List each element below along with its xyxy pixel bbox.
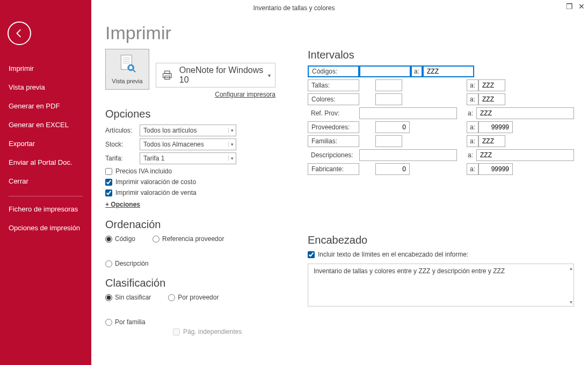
svg-point-11 <box>169 74 170 75</box>
ival-codigos: Códigos: a: <box>308 65 574 77</box>
options-heading: Opciones <box>105 108 275 120</box>
sidebar-item-excel[interactable]: Generar en EXCEL <box>0 115 91 134</box>
fab-from[interactable] <box>376 164 409 174</box>
radio-codigo[interactable]: Código <box>105 235 135 243</box>
ival-fabricante: Fabricante: a: <box>308 163 574 175</box>
tallas-from[interactable] <box>376 80 402 91</box>
sidebar-item-portal[interactable]: Enviar al Portal Doc. <box>0 153 91 172</box>
ival-familias: Familias: a: <box>308 135 574 147</box>
chk-costo[interactable]: Imprimir valoración de costo <box>105 178 275 186</box>
main-content: Imprimir Vista previa <box>91 16 588 365</box>
prov-to[interactable] <box>479 122 512 133</box>
ival-refprov: Ref. Prov: a: <box>308 107 574 119</box>
header-text: Inventario de tallas y colores entre y Z… <box>314 267 505 275</box>
codigos-from[interactable] <box>360 67 410 76</box>
desc-label: Descripciones: <box>308 149 359 161</box>
scroll-down-icon[interactable]: ▾ <box>570 299 572 305</box>
sidebar-item-fichero[interactable]: Fichero de impresoras <box>0 200 91 218</box>
colores-a: a: <box>467 93 478 105</box>
ival-tallas: Tallas: a: <box>308 79 574 91</box>
codigos-a: a: <box>411 65 423 77</box>
chevron-down-icon: ▾ <box>268 72 271 78</box>
radio-desc[interactable]: Descripción <box>105 260 149 267</box>
sidebar: Imprimir Vista previa Generar en PDF Gen… <box>0 0 91 365</box>
radio-sin[interactable]: Sin clasificar <box>105 294 151 301</box>
tallas-a: a: <box>467 79 478 91</box>
config-printer-link[interactable]: Configurar impresora <box>215 91 275 98</box>
refprov-a: a: <box>464 107 476 119</box>
sidebar-item-exportar[interactable]: Exportar <box>0 134 91 153</box>
fam-to[interactable] <box>479 136 505 147</box>
right-column: Intervalos Códigos: a: Tallas: a: Colore… <box>308 49 574 335</box>
refprov-from[interactable] <box>360 108 456 119</box>
colores-from[interactable] <box>376 94 402 105</box>
articulos-combo[interactable]: Todos los artículos▾ <box>140 125 236 136</box>
page-title: Imprimir <box>105 23 574 43</box>
chk-pag-indep: Pág. independientes <box>173 328 275 335</box>
tarifa-combo[interactable]: Tarifa 1▾ <box>140 152 236 164</box>
fam-a: a: <box>467 135 478 147</box>
codigos-to[interactable] <box>424 67 473 76</box>
chk-venta[interactable]: Imprimir valoración de venta <box>105 189 275 196</box>
articulos-label: Artículos: <box>105 127 135 134</box>
svg-line-7 <box>133 70 135 72</box>
scroll-up-icon[interactable]: ▴ <box>570 265 572 271</box>
chk-incluir-limites[interactable]: Incluir texto de límites en el encabezad… <box>308 251 574 258</box>
arrow-left-icon <box>13 27 25 39</box>
more-options-link[interactable]: + Opciones <box>105 201 140 208</box>
sidebar-item-opciones[interactable]: Opciones de impresión <box>0 218 91 237</box>
stock-combo[interactable]: Todos los Almacenes▾ <box>140 138 236 150</box>
chevron-down-icon: ▾ <box>228 128 234 133</box>
vista-previa-label: Vista previa <box>112 78 142 84</box>
printer-select[interactable]: OneNote for Windows 10 ▾ <box>156 63 275 87</box>
intervalos-heading: Intervalos <box>308 49 574 61</box>
prov-label: Proveedores: <box>308 121 359 133</box>
encabezado-heading: Encabezado <box>308 234 574 246</box>
sidebar-separator <box>9 196 83 196</box>
stock-label: Stock: <box>105 141 135 148</box>
fab-label: Fabricante: <box>308 163 359 175</box>
clasif-radios: Sin clasificar Por proveedor Por familia <box>105 294 275 326</box>
svg-rect-8 <box>163 74 171 78</box>
tarifa-label: Tarifa: <box>105 155 135 162</box>
orden-heading: Ordenación <box>105 218 275 231</box>
header-textbox[interactable]: Inventario de tallas y colores entre y Z… <box>308 264 574 306</box>
fab-to[interactable] <box>479 164 512 174</box>
refprov-to[interactable] <box>477 108 574 119</box>
close-icon[interactable]: ✕ <box>578 2 585 11</box>
printer-name: OneNote for Windows 10 <box>179 65 271 85</box>
tallas-to[interactable] <box>479 80 505 91</box>
prov-from[interactable] <box>376 122 409 133</box>
radio-prov[interactable]: Por proveedor <box>168 294 219 301</box>
vista-previa-button[interactable]: Vista previa <box>105 49 149 90</box>
radio-ref[interactable]: Referencia proveedor <box>153 235 224 243</box>
sidebar-item-cerrar[interactable]: Cerrar <box>0 172 91 191</box>
maximize-icon[interactable]: ❐ <box>566 2 573 11</box>
colores-label: Colores: <box>308 93 359 105</box>
left-column: Vista previa OneNote for Windows 10 ▾ Co <box>105 49 275 335</box>
prov-a: a: <box>467 121 478 133</box>
codigos-label: Códigos: <box>308 65 359 77</box>
desc-from[interactable] <box>360 150 456 160</box>
sidebar-item-pdf[interactable]: Generar en PDF <box>0 97 91 115</box>
refprov-label: Ref. Prov: <box>308 107 359 119</box>
sidebar-item-vista-previa[interactable]: Vista previa <box>0 78 91 97</box>
document-preview-icon <box>118 54 136 76</box>
tallas-label: Tallas: <box>308 79 359 91</box>
colores-to[interactable] <box>479 94 505 105</box>
svg-rect-9 <box>165 71 170 74</box>
chk-iva[interactable]: Precios IVA incluido <box>105 167 275 175</box>
orden-radios: Código Referencia proveedor Descripción <box>105 235 275 267</box>
desc-to[interactable] <box>477 150 574 160</box>
back-button[interactable] <box>8 21 31 45</box>
ival-descrip: Descripciones: a: <box>308 149 574 161</box>
radio-fam[interactable]: Por familia <box>105 318 146 326</box>
ival-colores: Colores: a: <box>308 93 574 105</box>
clasif-heading: Clasificación <box>105 277 275 289</box>
sidebar-item-imprimir[interactable]: Imprimir <box>0 59 91 78</box>
chevron-down-icon: ▾ <box>228 142 234 147</box>
printer-icon <box>161 68 174 82</box>
fam-from[interactable] <box>376 136 402 147</box>
svg-point-6 <box>129 66 133 69</box>
desc-a: a: <box>464 149 476 161</box>
